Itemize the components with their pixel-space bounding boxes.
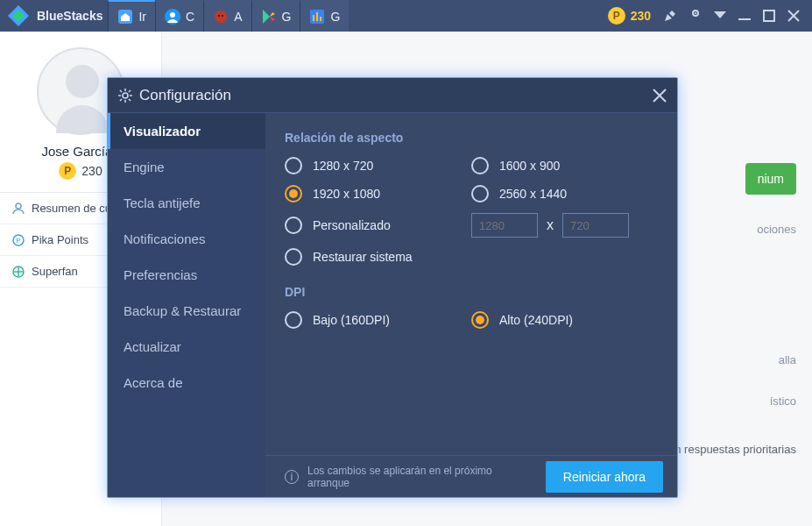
tab-3[interactable]: G bbox=[251, 0, 300, 32]
gear-icon bbox=[118, 89, 132, 103]
frag-text: alla bbox=[779, 353, 796, 366]
dpi-heading: DPI bbox=[285, 285, 658, 299]
settings-tab-backup[interactable]: Backup & Restaurar bbox=[108, 293, 265, 329]
tab-4[interactable]: G bbox=[300, 0, 349, 32]
tab-label: Ir bbox=[138, 10, 146, 24]
svg-point-3 bbox=[215, 11, 227, 23]
settings-dialog: Configuración Visualizador Engine Tecla … bbox=[107, 77, 678, 498]
sidebar-item-label: Superfan bbox=[32, 265, 78, 278]
info-icon: i bbox=[285, 470, 299, 484]
svg-point-4 bbox=[218, 15, 220, 17]
svg-point-18 bbox=[123, 93, 128, 98]
svg-point-11 bbox=[695, 12, 696, 14]
custom-resolution-fields: x bbox=[471, 213, 658, 238]
tab-home[interactable]: Ir bbox=[108, 0, 155, 32]
minimize-icon[interactable] bbox=[738, 10, 751, 22]
sidebar-item-label: Pika Points bbox=[32, 233, 88, 246]
radio-1920x1080[interactable]: 1920 x 1080 bbox=[285, 185, 471, 203]
settings-tab-notifications[interactable]: Notificaciones bbox=[108, 221, 265, 257]
restart-button[interactable]: Reiniciar ahora bbox=[546, 461, 663, 493]
custom-width-input[interactable] bbox=[471, 213, 538, 238]
settings-content: Relación de aspecto 1280 x 720 1600 x 90… bbox=[265, 113, 677, 497]
settings-tab-preferences[interactable]: Preferencias bbox=[108, 257, 265, 293]
svg-rect-7 bbox=[313, 15, 314, 21]
title-bar: BlueStacks Ir C A G G P 230 bbox=[0, 0, 812, 32]
points-icon: P bbox=[12, 234, 25, 246]
location-icon[interactable] bbox=[689, 9, 702, 23]
aspect-options: 1280 x 720 1600 x 900 1920 x 1080 2560 x bbox=[285, 157, 658, 266]
svg-point-14 bbox=[16, 203, 21, 209]
tab-2[interactable]: A bbox=[203, 0, 251, 32]
tab-1[interactable]: C bbox=[155, 0, 203, 32]
dialog-close-icon[interactable] bbox=[653, 89, 667, 103]
svg-point-2 bbox=[170, 12, 175, 18]
paint-icon[interactable] bbox=[663, 9, 677, 23]
dialog-header: Configuración bbox=[108, 78, 677, 113]
play-store-icon bbox=[261, 9, 277, 25]
settings-sidebar: Visualizador Engine Tecla antijefe Notif… bbox=[108, 113, 265, 497]
bug-icon bbox=[213, 9, 229, 25]
radio-1280x720[interactable]: 1280 x 720 bbox=[285, 157, 471, 174]
coin-icon: P bbox=[59, 162, 76, 180]
svg-rect-8 bbox=[316, 12, 318, 21]
tab-label: A bbox=[234, 10, 242, 24]
x-separator: x bbox=[547, 217, 554, 233]
radio-2560x1440[interactable]: 2560 x 1440 bbox=[471, 185, 658, 203]
tab-label: C bbox=[186, 10, 194, 24]
bluestacks-logo-icon bbox=[7, 4, 30, 27]
frag-text: ístico bbox=[770, 394, 796, 408]
settings-tab-display[interactable]: Visualizador bbox=[108, 113, 265, 149]
user-circle-icon bbox=[165, 9, 180, 25]
radio-dpi-high[interactable]: Alto (240DPI) bbox=[471, 311, 658, 329]
radio-1600x900[interactable]: 1600 x 900 bbox=[471, 157, 658, 174]
tab-label: G bbox=[330, 10, 340, 24]
app-name: BlueStacks bbox=[37, 9, 102, 23]
custom-height-input[interactable] bbox=[562, 213, 629, 238]
dialog-title: Configuración bbox=[139, 87, 653, 104]
maximize-icon[interactable] bbox=[763, 10, 775, 22]
chevron-down-icon[interactable] bbox=[714, 11, 726, 20]
radio-dpi-low[interactable]: Bajo (160DPI) bbox=[285, 311, 471, 329]
frag-text: ociones bbox=[757, 223, 796, 236]
tab-strip: Ir C A G G bbox=[108, 0, 349, 32]
user-icon bbox=[12, 203, 25, 215]
tab-label: G bbox=[282, 10, 292, 24]
home-icon bbox=[117, 9, 133, 25]
svg-rect-9 bbox=[320, 17, 321, 21]
svg-rect-12 bbox=[738, 18, 751, 20]
premium-button[interactable]: nium bbox=[745, 163, 796, 195]
equalizer-icon bbox=[309, 9, 325, 25]
settings-tab-bosskey[interactable]: Tecla antijefe bbox=[108, 185, 265, 221]
svg-point-5 bbox=[222, 15, 223, 17]
aspect-ratio-heading: Relación de aspecto bbox=[285, 131, 658, 145]
fan-icon bbox=[12, 266, 25, 278]
svg-text:P: P bbox=[16, 237, 20, 245]
coin-balance[interactable]: P 230 bbox=[608, 7, 651, 25]
settings-tab-engine[interactable]: Engine bbox=[108, 149, 265, 185]
dialog-footer: i Los cambios se aplicarán en el próximo… bbox=[265, 455, 677, 497]
settings-tab-update[interactable]: Actualizar bbox=[108, 329, 265, 365]
coin-icon: P bbox=[608, 7, 625, 25]
window-controls bbox=[663, 9, 812, 23]
close-icon[interactable] bbox=[787, 10, 800, 22]
footer-note: Los cambios se aplicarán en el próximo a… bbox=[307, 465, 537, 489]
coin-amount: 230 bbox=[631, 9, 651, 23]
settings-tab-about[interactable]: Acerca de bbox=[108, 365, 265, 401]
radio-custom[interactable]: Personalizado bbox=[285, 213, 471, 238]
svg-rect-13 bbox=[764, 11, 774, 21]
radio-restore-system[interactable]: Restaurar sistema bbox=[285, 248, 658, 266]
